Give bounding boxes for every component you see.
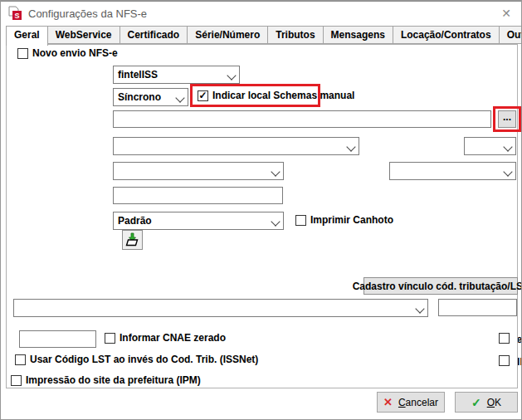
chevron-down-icon	[504, 168, 511, 175]
title-bar: S Configurações da NFS-e ✕	[1, 1, 521, 25]
checkbox-box	[105, 333, 115, 344]
metodo-value: Síncrono	[118, 91, 161, 103]
indicar-local-checkbox[interactable]: ✓ Indicar local Schemas manual	[198, 90, 354, 101]
chevron-down-icon	[227, 71, 235, 79]
imprimir-canhoto-label: Imprimir Canhoto	[310, 215, 393, 226]
cancel-x-icon: ✕	[383, 396, 393, 408]
local-schemas-input[interactable]	[113, 110, 491, 128]
window-title: Configurações da NFS-e	[28, 7, 147, 20]
tab-webservice[interactable]: WebService	[47, 26, 120, 44]
usar-lst-checkbox[interactable]: Usar Código LST ao invés do Cod. Trib. (…	[15, 354, 258, 365]
browse-schemas-button[interactable]: ...	[498, 110, 516, 128]
chevron-down-icon	[504, 143, 511, 150]
chevron-down-icon	[271, 168, 279, 175]
cancel-button[interactable]: ✕ Cancelar	[377, 392, 445, 413]
impressao-site-label: Impressão do site da prefeitura (IPM)	[26, 375, 201, 386]
tab-outros[interactable]: Outros	[499, 26, 522, 44]
tab-mensagens[interactable]: Mensagens	[323, 26, 393, 44]
cancel-button-label: Cancelar	[398, 397, 438, 408]
tipo-impressao-select[interactable]: Padrão	[113, 212, 284, 230]
tipo-impressao-value: Padrão	[118, 215, 152, 227]
situacao-tributaria-select[interactable]	[113, 137, 359, 155]
checkbox-checked-box: ✓	[198, 90, 208, 101]
impressao-site-checkbox[interactable]: Impressão do site da prefeitura (IPM)	[11, 375, 201, 386]
ok-button[interactable]: ✓ OK	[455, 392, 518, 413]
chevron-down-icon	[176, 94, 183, 101]
indicar-local-label: Indicar local Schemas manual	[212, 90, 354, 101]
codigo-tributacao-input[interactable]	[19, 330, 96, 348]
chevron-down-icon	[271, 217, 279, 225]
close-icon[interactable]: ✕	[496, 4, 516, 22]
tab-tributos[interactable]: Tributos	[267, 26, 323, 44]
item-lista-select[interactable]	[13, 299, 428, 317]
tab-strip: Geral WebService Certificado Série/Númer…	[6, 26, 522, 46]
metodo-select[interactable]: Síncrono	[113, 88, 188, 106]
tab-serie-numero[interactable]: Série/Número	[187, 26, 268, 44]
cadastro-vinculo-button[interactable]: Cadastro vínculo cód. tributação/LST	[363, 277, 518, 295]
schemas-provedor-select[interactable]: fintelISS	[113, 66, 240, 84]
ok-button-label: OK	[487, 397, 501, 408]
logomarca-upload-button[interactable]	[122, 230, 143, 250]
checkbox-box	[17, 48, 28, 59]
usar-lst-label: Usar Código LST ao invés do Cod. Trib. (…	[30, 354, 258, 365]
tab-geral[interactable]: Geral	[6, 26, 48, 46]
svg-text:S: S	[14, 12, 19, 20]
chevron-down-icon	[347, 143, 354, 150]
ok-check-icon: ✓	[471, 396, 481, 409]
checkbox-box	[295, 215, 306, 226]
schemas-provedor-value: fintelISS	[118, 69, 158, 81]
regime-tributacao-select[interactable]	[113, 162, 284, 180]
imprimir-canhoto-checkbox[interactable]: Imprimir Canhoto	[295, 215, 393, 226]
tab-certificado[interactable]: Certificado	[120, 26, 188, 44]
novo-envio-checkbox[interactable]: Novo envio NFS-e	[17, 48, 118, 59]
chevron-down-icon	[416, 305, 423, 312]
checkbox-box	[11, 375, 22, 386]
novo-envio-label: Novo envio NFS-e	[32, 48, 118, 59]
nome-prefeitura-input[interactable]	[113, 187, 283, 204]
import-image-icon	[124, 232, 140, 247]
regime-apuracao-select[interactable]	[389, 162, 516, 180]
nfse-settings-dialog: S Configurações da NFS-e ✕ Geral WebServ…	[0, 0, 522, 420]
informar-cnae-checkbox[interactable]: Informar CNAE zerado	[105, 333, 226, 344]
checkbox-box	[15, 354, 26, 365]
informar-cnae-label: Informar CNAE zerado	[120, 333, 226, 344]
app-icon: S	[7, 6, 22, 21]
adicionar-qtd-checkbox[interactable]	[499, 333, 510, 344]
atualizar-endereco-checkbox[interactable]	[499, 355, 510, 366]
tab-locacao-contratos[interactable]: Locação/Contratos	[393, 26, 500, 44]
item-lista-code-input[interactable]	[438, 299, 517, 316]
incentivador-cultural-select[interactable]	[464, 137, 516, 155]
